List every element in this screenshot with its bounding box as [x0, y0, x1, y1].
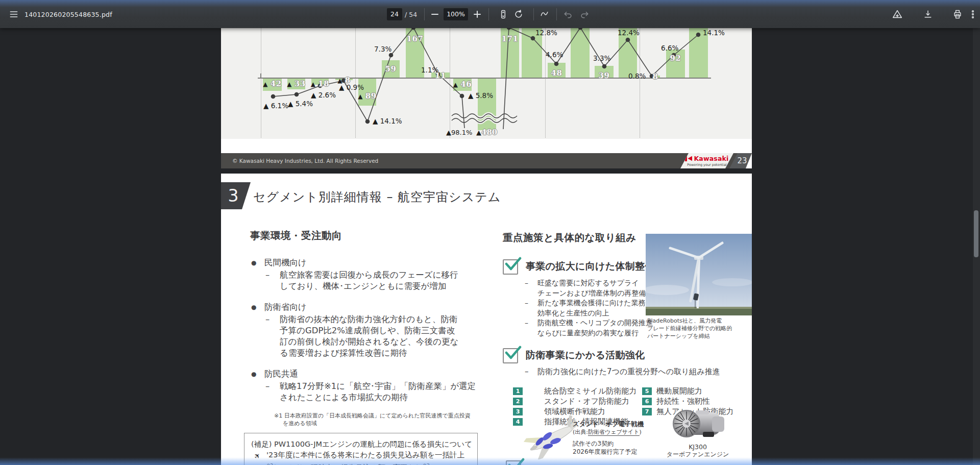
chart-data-point: [554, 62, 559, 66]
chart-bar-label: 167: [407, 34, 424, 43]
number-badge: 2: [513, 398, 523, 405]
note-box-line1: '23年度に本件に係る将来にわたる損失見込み額を一括計上: [266, 451, 464, 459]
chart-bar-label: 59: [385, 64, 397, 74]
toolbar-divider: [488, 8, 489, 20]
redo-icon[interactable]: [576, 6, 593, 23]
chart-point-label: 4.6%: [546, 51, 563, 59]
photo-caption-line: パートナーシップを締結: [647, 332, 752, 340]
download-icon[interactable]: [919, 6, 937, 23]
page-number-input[interactable]: 24: [387, 8, 402, 20]
bullet-group: ●防民共通–戦略17分野※1に「航空･宇宙」「防衛産業」が選定されたことによる市…: [250, 368, 487, 403]
number-badge: 6: [642, 398, 652, 405]
add-to-drive-icon[interactable]: [889, 6, 906, 23]
chart-bar-label: 48: [551, 68, 562, 78]
section-number-badge: 3: [221, 182, 251, 209]
number-badge: 5: [642, 387, 652, 395]
chart-data-point: [365, 119, 370, 124]
zoom-out-button[interactable]: [431, 14, 438, 15]
measure-sub-list: –防衛力強化に向けた7つの重視分野への取り組み推進: [503, 367, 743, 377]
chart-data-point: [389, 53, 394, 58]
chart-point-label: ▲ 5.4%: [288, 100, 313, 108]
footnote-line: ※1 日本政府設置の「日本成長戦略会議」にて定められた官民連携で重点投資: [250, 412, 487, 420]
bullet-title: ●民間機向け: [250, 256, 487, 270]
brand-name: Kawasaki: [694, 155, 728, 162]
chart-bar-label: 92: [670, 54, 681, 63]
engine-caption-block: KJ300 ターボファンエンジン: [663, 443, 732, 458]
rotate-icon[interactable]: [510, 6, 527, 23]
orders-profit-chart: ▲ 42▲ 33▲ 18▲ 8▲ 895916711▲ 461714839892…: [221, 28, 752, 139]
bullet-line: 予算のGDP比2%達成前倒しや、防衛三文書改: [250, 325, 487, 336]
measure-item-title: 防衛事業にかかる活動強化: [526, 347, 645, 362]
print-icon[interactable]: [949, 6, 966, 23]
bullet-dot-icon: ●: [251, 301, 256, 314]
chart-data-point: [696, 33, 701, 37]
toolbar-divider: [533, 8, 534, 20]
dash-glyph: –: [265, 314, 270, 325]
bullet-dot-icon: ●: [251, 256, 256, 270]
business-environment-column: 事業環境・受注動向 ●民間機向け–航空旅客需要は回復から成長のフェーズに移行して…: [250, 229, 487, 427]
measure-item-title: 事業の拡大に向けた体制整備: [526, 258, 655, 274]
chart-break-bar-label: ▲480: [476, 128, 497, 137]
turbofan-engine-photo: [669, 409, 726, 442]
numbered-item: 6持続性・強靭性: [642, 397, 733, 407]
wind-turbine-photo: [646, 234, 752, 315]
chart-bar-label: 39: [599, 71, 610, 80]
number-badge: 1: [513, 387, 523, 395]
measure-item: 防衛事業にかかる活動強化–防衛力強化に向けた7つの重視分野への取り組み推進: [503, 347, 743, 377]
chart-point-label: 1.1%: [421, 66, 438, 74]
chart-point-label: 12.8%: [535, 29, 557, 37]
chart-data-point: [271, 94, 276, 99]
checkbox-icon-cut: [506, 460, 521, 465]
bullet-line: されたことによる市場拡大の期待: [250, 392, 487, 403]
more-options-icon[interactable]: [964, 6, 980, 23]
numbered-item: 1統合防空ミサイル防衛能力: [513, 386, 642, 397]
zoom-level-input[interactable]: 100%: [444, 8, 468, 20]
chart-bar-label: ▲ 33: [287, 79, 305, 88]
dash-glyph: –: [525, 298, 528, 308]
toolbar-divider: [424, 8, 425, 20]
chart-point-label: 12.4%: [618, 29, 640, 37]
chart-data-point: [602, 64, 607, 69]
chart-point-label: 14.1%: [703, 29, 725, 37]
left-column-heading: 事業環境・受注動向: [250, 229, 487, 242]
bullet-line: しており、機体･エンジンともに需要が増加: [250, 281, 487, 292]
chart-bar-label: 8: [653, 72, 658, 81]
kawasaki-logo: Kawasaki Powering your potential: [680, 153, 733, 168]
slide-footer: © Kawasaki Heavy Industries, Ltd. All Ri…: [221, 153, 752, 168]
airplane-bullet-icon: ✈: [251, 450, 263, 462]
toolbar-divider: [556, 8, 557, 20]
dash-glyph: –: [525, 367, 529, 377]
numbered-item: 5機動展開能力: [642, 386, 733, 397]
undo-icon[interactable]: [559, 6, 577, 23]
chart-bar-label: 171: [502, 34, 519, 43]
chart-bar-label: ▲ 42: [263, 79, 281, 88]
scrollbar-thumb[interactable]: [974, 210, 978, 257]
menu-icon[interactable]: [5, 6, 22, 23]
chart-point-label: ▲ 6.1%: [263, 102, 288, 110]
dash-glyph: –: [265, 381, 270, 392]
pdf-page-23: ▲ 42▲ 33▲ 18▲ 8▲ 895916711▲ 461714839892…: [221, 28, 752, 168]
pdf-toolbar: 140120260205548635.pdf 24 / 54 100%: [0, 0, 980, 28]
engine-type: ターボファンエンジン: [663, 451, 732, 458]
copyright-text: © Kawasaki Heavy Industries, Ltd. All Ri…: [232, 158, 378, 164]
chart-point-label: 0.8%: [628, 72, 646, 80]
chart-point-label: 7.3%: [374, 45, 391, 53]
engine-name: KJ300: [663, 443, 732, 451]
aircraft-note-2: 2026年度履行完了予定: [573, 448, 670, 456]
aircraft-source: (出典:防衛省ウェブサイト): [573, 428, 670, 436]
aircraft-name: スタンド・オフ電子戦機: [573, 420, 670, 428]
chart-data-point: [295, 92, 299, 97]
zoom-in-button[interactable]: [474, 11, 481, 18]
number-badge: 7: [642, 408, 652, 415]
zoom-level-value: 100%: [447, 10, 465, 18]
bullet-line: –航空旅客需要は回復から成長のフェーズに移行: [250, 270, 487, 281]
bullet-line: –戦略17分野※1に「航空･宇宙」「防衛産業」が選定: [250, 381, 487, 392]
annotate-pen-icon[interactable]: [536, 6, 553, 23]
fit-page-icon[interactable]: [495, 6, 512, 23]
chart-loss-label: ▲98.1%: [446, 129, 472, 136]
defense-ministry-link[interactable]: 防衛省ウェブサイト: [588, 429, 640, 436]
bullet-group: ●防衛省向け–防衛省の抜本的な防衛力強化方針のもと、防衛予算のGDP比2%達成前…: [250, 301, 487, 359]
note-box-line2: ※2しており、現時点で損失見込み額に変更なし※3: [251, 460, 477, 465]
chart-point-label: 6.6%: [661, 44, 678, 52]
kawasaki-river-mark-icon: [685, 156, 692, 161]
